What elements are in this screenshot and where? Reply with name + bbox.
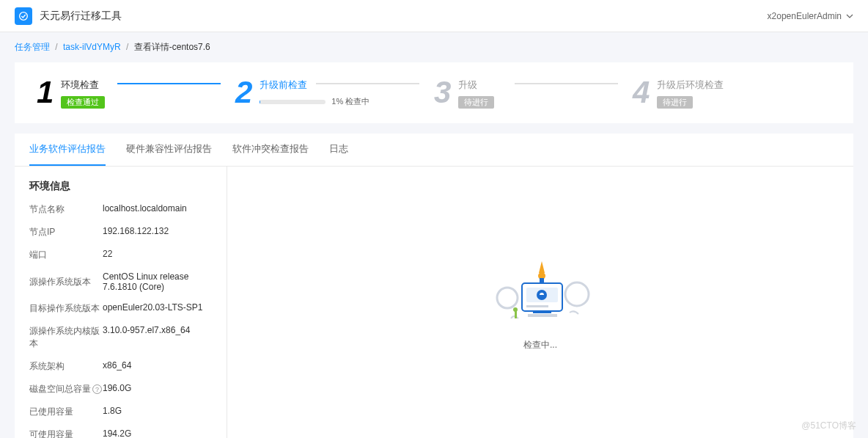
info-row: 可使用容量194.2G — [29, 428, 212, 438]
step-num: 3 — [434, 77, 451, 108]
info-value: 192.168.122.132 — [103, 226, 212, 238]
step-title: 升级 — [458, 79, 633, 92]
info-value: 3.10.0-957.el7.x86_64 — [103, 325, 212, 350]
breadcrumb-current: 查看详情-centos7.6 — [134, 42, 210, 52]
info-label: 磁盘空间总容量 ? — [29, 383, 103, 395]
info-label: 可使用容量 — [29, 428, 103, 438]
info-value: openEuler20.03-LTS-SP1 — [103, 302, 212, 315]
status-badge: 检查通过 — [61, 96, 105, 109]
info-value: localhost.localdomain — [103, 203, 212, 216]
info-label: 节点名称 — [29, 203, 103, 216]
svg-rect-8 — [528, 314, 557, 317]
info-value: 22 — [103, 249, 212, 261]
info-row: 目标操作系统版本openEuler20.03-LTS-SP1 — [29, 302, 212, 315]
topbar-left: 天元易行迁移工具 — [15, 7, 122, 25]
info-label: 系统架构 — [29, 360, 103, 373]
step-2: 2 升级前检查 1% 检查中 — [235, 77, 434, 108]
topbar: 天元易行迁移工具 x2openEulerAdmin — [0, 0, 868, 32]
main-column: 检查中... — [227, 167, 853, 438]
info-row: 系统架构x86_64 — [29, 360, 212, 373]
help-icon[interactable]: ? — [92, 384, 102, 394]
info-value: x86_64 — [103, 360, 212, 373]
svg-rect-10 — [540, 278, 544, 282]
watermark: @51CTO博客 — [801, 420, 856, 432]
step-num: 4 — [633, 77, 650, 108]
svg-rect-7 — [533, 311, 551, 313]
info-label: 端口 — [29, 249, 103, 261]
step-1: 1 环境检查 检查通过 — [37, 77, 235, 109]
checking-text: 检查中... — [523, 339, 557, 351]
svg-point-2 — [565, 282, 589, 306]
tab-hardware-report[interactable]: 硬件兼容性评估报告 — [126, 134, 212, 166]
status-badge: 待进行 — [458, 96, 494, 109]
step-title: 升级后环境检查 — [657, 79, 831, 92]
svg-point-12 — [513, 307, 518, 312]
svg-point-1 — [497, 288, 518, 308]
info-label: 源操作系统版本 — [29, 271, 103, 292]
info-row: 已使用容量1.8G — [29, 406, 212, 418]
info-label: 已使用容量 — [29, 406, 103, 418]
env-info-title: 环境信息 — [29, 180, 212, 193]
breadcrumb-task[interactable]: task-ilVdYMyR — [63, 42, 121, 52]
step-title: 升级前检查 — [260, 79, 434, 92]
checking-illustration — [485, 254, 595, 327]
steps: 1 环境检查 检查通过 2 升级前检查 1% 检查中 3 升级 待进行 — [37, 77, 831, 109]
step-num: 2 — [235, 77, 252, 108]
info-value: 194.2G — [103, 428, 212, 438]
info-row: 节点名称localhost.localdomain — [29, 203, 212, 216]
info-value: 1.8G — [103, 406, 212, 418]
app-logo — [15, 7, 32, 25]
info-label: 节点IP — [29, 226, 103, 238]
user-menu[interactable]: x2openEulerAdmin — [768, 11, 853, 21]
svg-rect-6 — [526, 305, 548, 307]
tabs: 业务软件评估报告 硬件兼容性评估报告 软件冲突检查报告 日志 — [15, 134, 853, 167]
step-num: 1 — [37, 77, 54, 108]
info-row: 源操作系统版本CentOS Linux release 7.6.1810 (Co… — [29, 271, 212, 292]
info-row: 源操作系统内核版本3.10.0-957.el7.x86_64 — [29, 325, 212, 350]
tab-logs[interactable]: 日志 — [329, 134, 348, 166]
info-value: CentOS Linux release 7.6.1810 (Core) — [103, 271, 212, 292]
svg-rect-11 — [515, 311, 517, 318]
info-column: 环境信息 节点名称localhost.localdomain节点IP192.16… — [15, 167, 227, 438]
info-row: 磁盘空间总容量 ?196.0G — [29, 383, 212, 395]
step-title: 环境检查 — [61, 79, 235, 92]
info-row: 节点IP192.168.122.132 — [29, 226, 212, 238]
content-panel: 业务软件评估报告 硬件兼容性评估报告 软件冲突检查报告 日志 环境信息 节点名称… — [15, 134, 853, 438]
chevron-down-icon — [846, 12, 853, 20]
tab-conflict-report[interactable]: 软件冲突检查报告 — [232, 134, 309, 166]
breadcrumb: 任务管理 / task-ilVdYMyR / 查看详情-centos7.6 — [0, 32, 868, 62]
progress-bar — [260, 100, 326, 104]
info-label: 目标操作系统版本 — [29, 302, 103, 315]
tab-software-report[interactable]: 业务软件评估报告 — [29, 134, 106, 166]
app-title: 天元易行迁移工具 — [40, 10, 122, 23]
breadcrumb-root[interactable]: 任务管理 — [15, 42, 50, 52]
step-3: 3 升级 待进行 — [434, 77, 633, 109]
info-value: 196.0G — [103, 383, 212, 395]
content-body: 环境信息 节点名称localhost.localdomain节点IP192.16… — [15, 167, 853, 438]
svg-point-0 — [20, 12, 28, 20]
progress: 1% 检查中 — [260, 96, 434, 107]
user-name: x2openEulerAdmin — [768, 11, 842, 21]
info-label: 源操作系统内核版本 — [29, 325, 103, 350]
steps-panel: 1 环境检查 检查通过 2 升级前检查 1% 检查中 3 升级 待进行 — [15, 62, 853, 123]
status-badge: 待进行 — [657, 96, 693, 109]
step-4: 4 升级后环境检查 待进行 — [633, 77, 831, 109]
info-row: 端口22 — [29, 249, 212, 261]
